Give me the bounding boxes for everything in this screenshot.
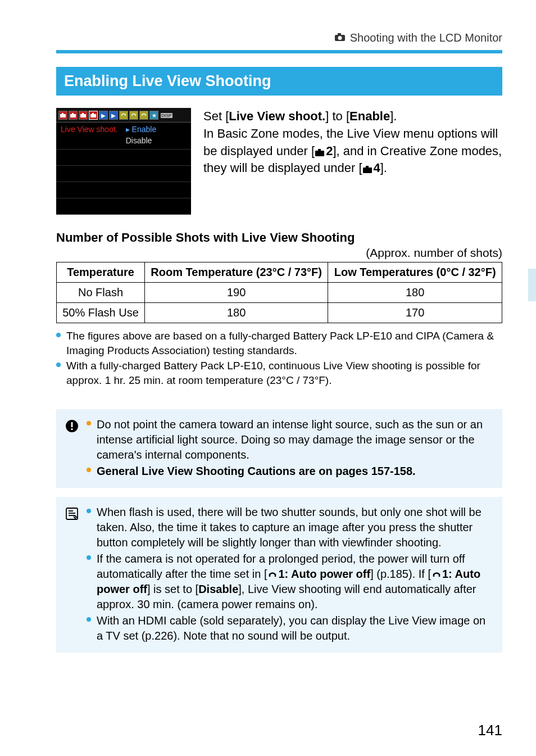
body-bullet: The figures above are based on a fully-c… <box>56 329 502 357</box>
table-head: Temperature <box>57 262 145 283</box>
svg-point-2 <box>338 36 342 40</box>
camera-icon <box>315 148 326 157</box>
tab-shoot-2 <box>69 111 78 120</box>
svg-rect-18 <box>66 508 78 519</box>
tab-shoot-3 <box>79 111 88 120</box>
caution-bullet: Do not point the camera toward an intens… <box>87 417 493 463</box>
tab-mymenu: ★ <box>149 111 158 120</box>
bullet-icon <box>87 421 91 425</box>
svg-rect-17 <box>71 428 73 430</box>
body-bullet: With a fully-charged Battery Pack LP-E10… <box>56 359 502 387</box>
camera-icon <box>362 165 374 174</box>
svg-rect-1 <box>338 33 341 35</box>
menu-label: Live View shoot. <box>61 125 118 134</box>
tab-play-1: ▶ <box>99 111 108 120</box>
header-text: Shooting with the LCD Monitor <box>350 31 502 44</box>
table-row: 50% Flash Use 180 170 <box>57 303 502 323</box>
bullet-icon <box>87 509 91 513</box>
tab-setup-1 <box>119 111 128 120</box>
tab-setup-2 <box>129 111 138 120</box>
tab-shoot-1 <box>58 111 67 120</box>
menu-screenshot: ▶ ▶ ★ DISP Live View shoot. Enable Dis <box>56 108 191 215</box>
tab-shoot-4-active <box>89 111 98 120</box>
caution-bullet: General Live View Shooting Cautions are … <box>87 464 493 479</box>
svg-rect-14 <box>366 166 369 168</box>
svg-rect-6 <box>72 113 74 115</box>
svg-rect-4 <box>62 113 63 115</box>
tab-row: ▶ ▶ ★ DISP <box>56 108 191 123</box>
menu-option-disable: Disable <box>126 136 156 145</box>
warning-icon <box>65 419 79 433</box>
svg-rect-8 <box>82 113 84 115</box>
shots-table: Temperature Room Temperature (23°C / 73°… <box>56 262 502 323</box>
camera-icon <box>334 31 346 44</box>
side-tab <box>528 269 536 301</box>
info-bullet: If the camera is not operated for a prol… <box>87 551 493 612</box>
tab-play-2: ▶ <box>109 111 118 120</box>
bullet-icon <box>56 363 61 367</box>
caution-box: Do not point the camera toward an intens… <box>56 409 502 488</box>
info-bullet: With an HDMI cable (sold separately), yo… <box>87 613 493 644</box>
svg-rect-12 <box>318 149 321 151</box>
bullet-icon <box>87 617 91 622</box>
wrench-icon <box>267 571 278 580</box>
bullet-icon <box>56 333 61 337</box>
bullet-icon <box>87 468 91 472</box>
bullet-icon <box>87 555 91 560</box>
table-head: Room Temperature (23°C / 73°F) <box>144 262 328 283</box>
menu-row-live-view: Live View shoot. Enable Disable <box>56 123 191 147</box>
svg-rect-16 <box>71 422 73 427</box>
intro-text: Set [Live View shoot.] to [Enable]. In B… <box>203 108 502 177</box>
wrench-icon <box>431 571 442 580</box>
info-bullet: When flash is used, there will be two sh… <box>87 505 493 550</box>
svg-rect-10 <box>92 113 94 115</box>
info-box: When flash is used, there will be two sh… <box>56 497 502 653</box>
page-number: 141 <box>478 722 502 739</box>
subsection-heading: Number of Possible Shots with Live View … <box>56 230 502 245</box>
table-row: No Flash 190 180 <box>57 283 502 303</box>
svg-rect-11 <box>315 151 324 156</box>
note-icon <box>65 507 79 520</box>
table-head: Low Temperatures (0°C / 32°F) <box>328 262 502 283</box>
svg-rect-13 <box>363 168 372 173</box>
tab-setup-3 <box>139 111 148 120</box>
menu-option-enable: Enable <box>126 125 156 134</box>
approx-note: (Approx. number of shots) <box>56 246 502 260</box>
empty-rows <box>56 147 191 215</box>
disp-label: DISP <box>161 113 172 118</box>
section-heading: Enabling Live View Shooting <box>56 67 502 96</box>
